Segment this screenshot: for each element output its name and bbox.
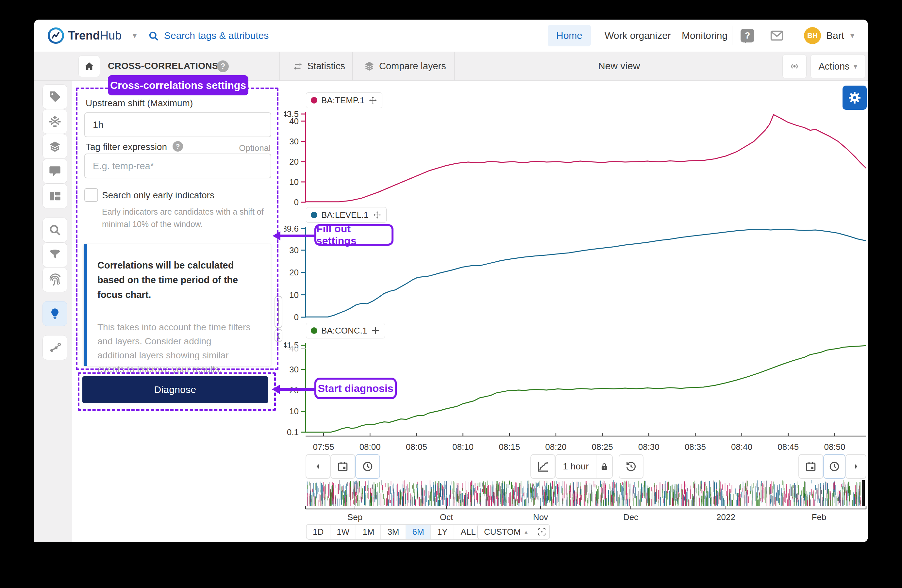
period-info-card: Correlations will be calculated based on… (84, 244, 271, 366)
sidebar-button-layers[interactable] (42, 134, 67, 159)
sidebar-button-fingerprint[interactable] (42, 267, 67, 292)
search-input[interactable]: Search tags & attributes (164, 20, 269, 52)
svg-text:07:55: 07:55 (313, 442, 334, 452)
svg-text:08:35: 08:35 (685, 442, 706, 452)
info-card-accent (84, 244, 87, 366)
user-name[interactable]: Bart (826, 20, 844, 52)
fill-out-arrow (280, 235, 315, 237)
brand-name[interactable]: TrendHub (68, 20, 122, 52)
context-graph-icon (48, 341, 62, 355)
panel-collapse-button[interactable]: ❰ (274, 329, 282, 342)
range-button-1w[interactable]: 1W (330, 525, 355, 539)
svg-text:08:25: 08:25 (592, 442, 613, 452)
svg-text:20: 20 (289, 267, 299, 277)
sidebar-button-context-graph[interactable] (42, 335, 67, 360)
start-time-button[interactable] (355, 454, 380, 479)
lock-icon[interactable] (597, 455, 612, 478)
nav-item-home[interactable]: Home (548, 25, 591, 46)
overview-month-axis: SepOctNovDec2022Feb (281, 506, 868, 523)
info-card-title: Correlations will be calculated based on… (97, 258, 248, 302)
panel-resize-handle[interactable] (274, 296, 282, 328)
overview-strip[interactable] (305, 480, 866, 506)
custom-range-group: CUSTOM▴ (477, 524, 550, 540)
nav-item-monitoring[interactable]: Monitoring (673, 25, 736, 46)
legend-chip-ba-conc-1[interactable]: BA:CONC.1 (306, 323, 385, 338)
home-icon (83, 61, 95, 72)
brand-caret-icon[interactable]: ▾ (133, 20, 136, 52)
pan-right-button[interactable] (846, 454, 866, 479)
legend-chip-ba-temp-1[interactable]: BA:TEMP.1 (306, 92, 382, 108)
early-indicators-label: Search only early indicators (102, 190, 215, 200)
fill-out-settings-callout: Fill out settings (315, 224, 393, 246)
sidebar-button-filter[interactable] (42, 242, 67, 267)
end-calendar-button[interactable] (799, 454, 823, 479)
user-menu-caret-icon[interactable]: ▾ (850, 20, 854, 52)
fit-range-button[interactable] (534, 525, 550, 539)
nav-item-work-organizer[interactable]: Work organizer (596, 25, 680, 46)
search-icon (48, 223, 62, 237)
series-name: BA:TEMP.1 (321, 95, 364, 105)
move-icon[interactable] (371, 326, 380, 335)
range-button-1m[interactable]: 1M (355, 525, 381, 539)
home-button[interactable] (78, 56, 100, 77)
upstream-shift-input[interactable] (84, 113, 271, 137)
trendhub-logo-icon (48, 27, 64, 44)
dashboard-icon (48, 189, 62, 203)
sidebar-button-dashboard[interactable] (42, 184, 67, 208)
actions-button[interactable]: Actions▾ (811, 54, 865, 78)
broadcast-button[interactable] (782, 54, 806, 78)
svg-text:39.6: 39.6 (282, 224, 299, 233)
svg-text:30: 30 (289, 246, 299, 255)
sidebar-button-lightbulb[interactable] (42, 301, 67, 326)
pan-left-button[interactable] (305, 454, 330, 479)
calendar-icon (337, 460, 349, 473)
tag-icon (48, 90, 62, 103)
calculation-icon (48, 115, 62, 128)
mail-icon[interactable] (769, 28, 785, 43)
duration-control[interactable]: 1 hour (555, 454, 613, 479)
range-button-1y[interactable]: 1Y (431, 525, 454, 539)
range-button-1d[interactable]: 1D (307, 525, 330, 539)
early-indicators-help-line2: minimal 10% of the window. (102, 219, 203, 229)
sidebar-button-tag[interactable] (42, 84, 67, 109)
tab-statistics[interactable]: Statistics (307, 52, 345, 80)
move-icon[interactable] (368, 96, 377, 105)
duration-value[interactable]: 1 hour (556, 461, 596, 472)
sidebar-button-comment[interactable] (42, 159, 67, 184)
compare-layers-icon (363, 60, 375, 72)
svg-text:08:10: 08:10 (452, 442, 474, 452)
sidebar-button-search[interactable] (42, 217, 67, 242)
legend-chip-ba-level-1[interactable]: BA:LEVEL.1 (306, 207, 387, 223)
range-button-6m[interactable]: 6M (406, 525, 431, 539)
svg-text:40: 40 (289, 344, 299, 353)
focus-chart-ba-temp-1[interactable]: 43.5403020100 (281, 109, 868, 208)
left-sidebar (34, 80, 72, 542)
end-time-button[interactable] (823, 454, 846, 479)
start-calendar-button[interactable] (330, 454, 355, 479)
tag-filter-input[interactable] (84, 153, 271, 178)
range-button-3m[interactable]: 3M (381, 525, 405, 539)
sidebar-button-calculation[interactable] (42, 109, 67, 134)
svg-text:Feb: Feb (812, 512, 827, 522)
topbar-divider (137, 25, 137, 46)
svg-text:08:50: 08:50 (824, 442, 845, 452)
diagnose-button[interactable]: Diagnose (82, 376, 268, 403)
tag-filter-help-icon[interactable]: ? (172, 141, 183, 152)
chart-settings-button[interactable] (842, 86, 867, 110)
tab-compare-layers[interactable]: Compare layers (379, 52, 446, 80)
trend-steps-icon (536, 460, 550, 473)
svg-text:10: 10 (289, 177, 299, 187)
custom-range-button[interactable]: CUSTOM▴ (478, 525, 534, 539)
title-help-icon[interactable]: ? (217, 61, 229, 72)
move-icon[interactable] (373, 210, 382, 219)
actions-caret-icon: ▾ (853, 62, 858, 71)
svg-text:08:40: 08:40 (731, 442, 752, 452)
view-title[interactable]: New view (598, 52, 640, 80)
help-icon[interactable]: ? (741, 29, 754, 42)
trend-mode-button[interactable] (531, 454, 555, 479)
early-indicators-checkbox[interactable] (84, 188, 98, 202)
toolbar-divider (279, 52, 280, 80)
history-button[interactable] (619, 454, 644, 479)
avatar[interactable]: BH (804, 27, 821, 44)
svg-text:08:20: 08:20 (545, 442, 566, 452)
